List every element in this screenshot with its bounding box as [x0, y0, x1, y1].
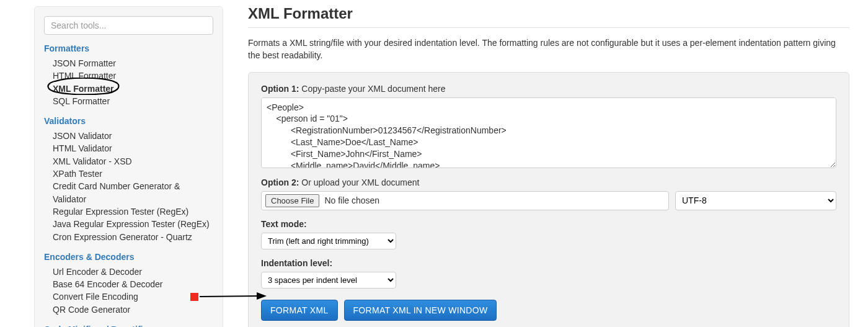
search-input[interactable]	[44, 16, 213, 35]
format-xml-button[interactable]: FORMAT XML	[261, 300, 338, 321]
category-title-minifiers[interactable]: Code Minifiers / Beautifier	[44, 325, 213, 327]
indentation-label: Indentation level:	[261, 258, 836, 268]
sidebar-item-regex-tester[interactable]: Regular Expression Tester (RegEx)	[53, 205, 213, 218]
option1-label-rest: Copy-paste your XML document here	[299, 84, 445, 94]
sidebar-item-json-formatter[interactable]: JSON Formatter	[53, 57, 213, 69]
option2-label-rest: Or upload your XML document	[299, 177, 419, 187]
main-content: XML Formatter Formats a XML string/file …	[229, 0, 868, 327]
page-description: Formats a XML string/file with your desi…	[248, 37, 849, 62]
sidebar-item-credit-card-generator[interactable]: Credit Card Number Generator & Validator	[53, 180, 213, 205]
sidebar-item-qr-code-generator[interactable]: QR Code Generator	[53, 303, 213, 316]
format-xml-new-window-button[interactable]: FORMAT XML IN NEW WINDOW	[344, 300, 497, 321]
option1-label: Option 1: Copy-paste your XML document h…	[261, 84, 836, 94]
sidebar-item-html-validator[interactable]: HTML Validator	[53, 142, 213, 155]
form-panel: Option 1: Copy-paste your XML document h…	[248, 72, 849, 327]
text-mode-select[interactable]: Trim (left and right trimming)	[261, 233, 396, 249]
sidebar-item-convert-file-encoding[interactable]: Convert File Encoding	[53, 290, 213, 303]
sidebar-item-base64-encoder[interactable]: Base 64 Encoder & Decoder	[53, 278, 213, 290]
option2-label: Option 2: Or upload your XML document	[261, 177, 836, 187]
sidebar-item-url-encoder[interactable]: Url Encoder & Decoder	[53, 266, 213, 278]
file-input-wrap[interactable]: Choose File No file chosen	[261, 191, 669, 210]
sidebar-category-minifiers: Code Minifiers / Beautifier JavaScript B…	[44, 325, 213, 327]
indentation-select[interactable]: 3 spaces per indent level	[261, 272, 396, 289]
sidebar-item-cron-generator[interactable]: Cron Expression Generator - Quartz	[53, 231, 213, 243]
sidebar: Formatters JSON Formatter HTML Formatter…	[34, 6, 223, 327]
category-title-validators[interactable]: Validators	[44, 116, 213, 126]
category-title-encoders[interactable]: Encoders & Decoders	[44, 252, 213, 262]
sidebar-item-sql-formatter[interactable]: SQL Formatter	[53, 95, 213, 107]
title-divider	[248, 27, 849, 28]
option2-label-bold: Option 2:	[261, 177, 299, 187]
sidebar-item-html-formatter[interactable]: HTML Formatter	[53, 69, 213, 82]
xml-input-textarea[interactable]	[261, 97, 836, 168]
sidebar-item-json-validator[interactable]: JSON Validator	[53, 130, 213, 142]
sidebar-category-formatters: Formatters JSON Formatter HTML Formatter…	[44, 43, 213, 107]
encoding-select[interactable]: UTF-8	[675, 191, 836, 210]
page-title: XML Formatter	[248, 5, 849, 22]
sidebar-category-validators: Validators JSON Validator HTML Validator…	[44, 116, 213, 243]
option1-label-bold: Option 1:	[261, 84, 299, 94]
sidebar-item-label: XML Formatter	[53, 84, 114, 94]
text-mode-label: Text mode:	[261, 219, 836, 229]
category-title-formatters[interactable]: Formatters	[44, 43, 213, 53]
file-status-text: No file chosen	[324, 195, 379, 205]
sidebar-item-xml-validator-xsd[interactable]: XML Validator - XSD	[53, 155, 213, 168]
sidebar-item-java-regex-tester[interactable]: Java Regular Expression Tester (RegEx)	[53, 218, 213, 230]
sidebar-category-encoders: Encoders & Decoders Url Encoder & Decode…	[44, 252, 213, 316]
choose-file-button[interactable]: Choose File	[265, 194, 319, 207]
sidebar-item-xml-formatter[interactable]: XML Formatter	[53, 83, 213, 95]
sidebar-item-xpath-tester[interactable]: XPath Tester	[53, 168, 213, 180]
